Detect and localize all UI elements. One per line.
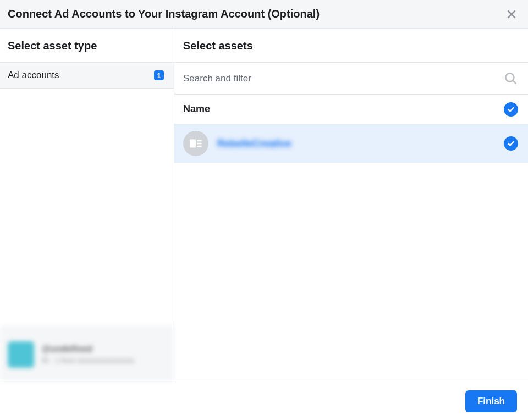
account-subtitle: ID · 1 from xxxxxxxxxxxxxxxx: [42, 356, 134, 364]
select-all-check-icon[interactable]: [504, 102, 518, 117]
search-icon: [504, 71, 518, 86]
search-row: [174, 63, 528, 95]
finish-button[interactable]: Finish: [465, 390, 517, 412]
sidebar: Select asset type Ad accounts 1 @undefin…: [0, 29, 174, 382]
close-icon[interactable]: [505, 8, 518, 21]
sidebar-account-footer: @undefined ID · 1 from xxxxxxxxxxxxxxxx: [0, 327, 174, 382]
account-name: @undefined: [42, 344, 134, 354]
main-title: Select assets: [174, 29, 528, 63]
dialog-header: Connect Ad Accounts to Your Instagram Ac…: [0, 0, 528, 29]
svg-rect-6: [197, 143, 202, 145]
sidebar-item-ad-accounts[interactable]: Ad accounts 1: [0, 63, 174, 89]
dialog-footer: Finish: [0, 382, 528, 420]
ad-account-icon: [183, 131, 208, 156]
sidebar-items: Ad accounts 1: [0, 63, 174, 327]
avatar: [8, 341, 34, 368]
name-column-header[interactable]: Name: [174, 95, 528, 124]
main-panel: Select assets Name: [174, 29, 528, 382]
sidebar-title: Select asset type: [0, 29, 174, 63]
asset-check-icon[interactable]: [504, 136, 518, 151]
account-info: @undefined ID · 1 from xxxxxxxxxxxxxxxx: [42, 344, 134, 364]
svg-line-3: [513, 80, 515, 83]
count-badge: 1: [154, 70, 164, 80]
svg-rect-5: [197, 140, 202, 142]
search-input[interactable]: [183, 73, 504, 84]
connect-ad-accounts-dialog: Connect Ad Accounts to Your Instagram Ac…: [0, 0, 528, 420]
name-column-label: Name: [183, 103, 210, 115]
dialog-title: Connect Ad Accounts to Your Instagram Ac…: [8, 8, 320, 20]
asset-row[interactable]: RebelleCreative: [174, 124, 528, 163]
dialog-body: Select asset type Ad accounts 1 @undefin…: [0, 29, 528, 382]
svg-rect-7: [197, 146, 202, 147]
svg-rect-4: [190, 139, 196, 147]
asset-name: RebelleCreative: [217, 138, 495, 150]
sidebar-item-label: Ad accounts: [8, 70, 59, 81]
